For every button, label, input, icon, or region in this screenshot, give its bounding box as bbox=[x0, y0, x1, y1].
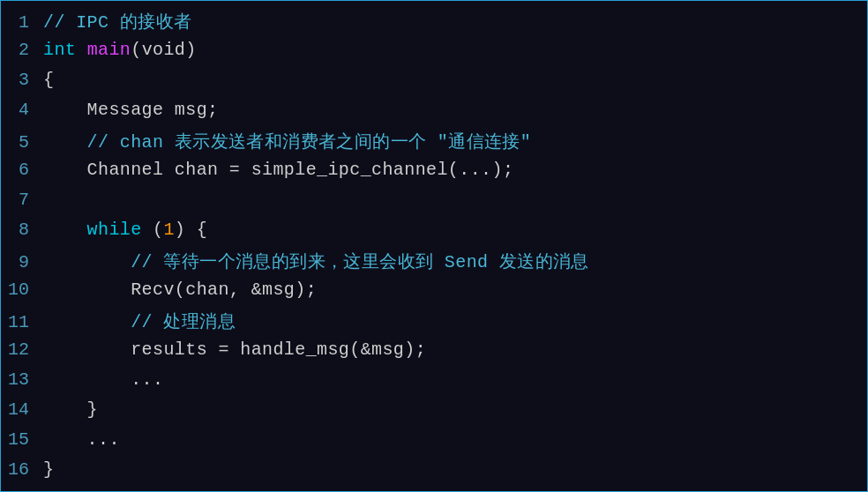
line-number: 14 bbox=[1, 399, 43, 420]
code-segment: // 等待一个消息的到来，这里会收到 Send 发送的消息 bbox=[43, 252, 589, 272]
line-number: 3 bbox=[1, 70, 43, 90]
code-segment: while bbox=[87, 220, 142, 240]
line-content: Channel chan = simple_ipc_channel(...); bbox=[43, 160, 513, 180]
line-number: 9 bbox=[1, 252, 43, 272]
line-content: while (1) { bbox=[43, 220, 207, 240]
code-segment bbox=[43, 220, 87, 240]
line-content: ... bbox=[43, 429, 120, 450]
code-line: 2int main(void) bbox=[1, 38, 867, 68]
line-number: 8 bbox=[1, 220, 43, 240]
line-number: 10 bbox=[1, 280, 43, 300]
line-number: 13 bbox=[1, 369, 43, 390]
code-segment: // 处理消息 bbox=[43, 312, 236, 332]
code-segment bbox=[76, 40, 86, 60]
line-content: } bbox=[43, 459, 54, 480]
code-segment: // IPC 的接收者 bbox=[43, 12, 191, 33]
line-content: // chan 表示发送者和消费者之间的一个 "通信连接" bbox=[43, 130, 531, 153]
line-content: // 处理消息 bbox=[43, 309, 236, 333]
code-segment: Recv(chan, &msg); bbox=[43, 280, 317, 300]
line-number: 16 bbox=[1, 459, 43, 480]
line-content: } bbox=[43, 399, 98, 420]
code-line: 3{ bbox=[1, 68, 867, 98]
line-number: 15 bbox=[1, 429, 43, 450]
code-segment: { bbox=[43, 70, 54, 90]
code-segment: // chan 表示发送者和消费者之间的一个 "通信连接" bbox=[43, 132, 531, 153]
code-segment: ( bbox=[142, 220, 164, 240]
line-number: 6 bbox=[1, 160, 43, 180]
line-number: 12 bbox=[1, 339, 43, 360]
code-editor: 1// IPC 的接收者2int main(void)3{4 Message m… bbox=[0, 0, 868, 492]
code-line: 7 bbox=[1, 188, 867, 218]
code-line: 6 Channel chan = simple_ipc_channel(...)… bbox=[1, 158, 867, 188]
code-segment: ... bbox=[43, 369, 163, 390]
code-line: 12 results = handle_msg(&msg); bbox=[1, 338, 867, 368]
code-line: 9 // 等待一个消息的到来，这里会收到 Send 发送的消息 bbox=[1, 248, 867, 278]
code-line: 16} bbox=[1, 458, 867, 488]
code-segment: (void) bbox=[131, 40, 196, 60]
code-line: 8 while (1) { bbox=[1, 218, 867, 248]
code-segment: Channel chan = simple_ipc_channel(...); bbox=[43, 160, 513, 180]
code-line: 11 // 处理消息 bbox=[1, 308, 867, 338]
code-line: 13 ... bbox=[1, 368, 867, 398]
line-number: 5 bbox=[1, 132, 43, 153]
line-content: int main(void) bbox=[43, 40, 197, 60]
line-number: 1 bbox=[1, 12, 43, 33]
code-segment: int bbox=[43, 40, 76, 60]
line-content: { bbox=[43, 70, 54, 90]
code-line: 4 Message msg; bbox=[1, 98, 867, 128]
code-segment: Message msg; bbox=[43, 100, 218, 120]
code-line: 1// IPC 的接收者 bbox=[1, 8, 867, 38]
code-line: 14 } bbox=[1, 398, 867, 428]
line-content: // IPC 的接收者 bbox=[43, 10, 191, 34]
code-segment: main bbox=[87, 40, 131, 60]
line-content: results = handle_msg(&msg); bbox=[43, 339, 426, 360]
line-number: 11 bbox=[1, 312, 43, 332]
code-segment: 1 bbox=[163, 220, 174, 240]
line-content: // 等待一个消息的到来，这里会收到 Send 发送的消息 bbox=[43, 250, 589, 273]
code-line: 10 Recv(chan, &msg); bbox=[1, 278, 867, 308]
line-number: 2 bbox=[1, 40, 43, 60]
code-segment: } bbox=[43, 399, 98, 420]
code-segment: results = handle_msg(&msg); bbox=[43, 339, 426, 360]
code-segment: } bbox=[43, 459, 54, 480]
code-segment: ... bbox=[43, 429, 120, 450]
code-line: 15 ... bbox=[1, 428, 867, 458]
line-number: 7 bbox=[1, 190, 43, 210]
line-content: Message msg; bbox=[43, 100, 218, 120]
code-line: 5 // chan 表示发送者和消费者之间的一个 "通信连接" bbox=[1, 128, 867, 158]
line-content: Recv(chan, &msg); bbox=[43, 280, 317, 300]
code-segment: ) { bbox=[175, 220, 207, 240]
line-number: 4 bbox=[1, 100, 43, 120]
line-content: ... bbox=[43, 369, 163, 390]
